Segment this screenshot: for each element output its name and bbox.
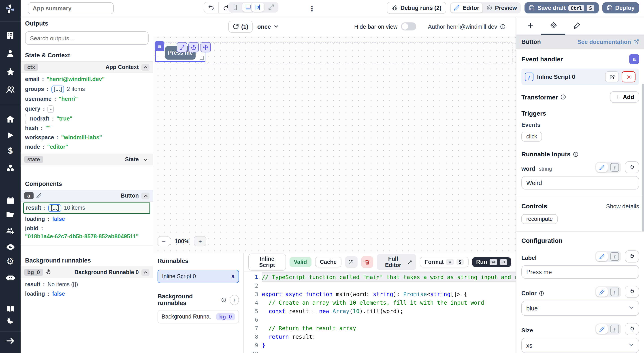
info-icon[interactable] xyxy=(572,151,578,157)
folders-icon[interactable] xyxy=(0,210,20,219)
tab-insert-component[interactable] xyxy=(527,22,534,29)
debug-runs-button[interactable]: Debug runs (2) xyxy=(386,2,446,14)
ctx-row-email[interactable]: email:"henri@windmill.dev" xyxy=(20,75,153,84)
collapse-chevron-up-icon[interactable] xyxy=(142,192,150,199)
bg-runnable-header-row[interactable]: bg_0 Background Runnable 0 xyxy=(20,266,153,278)
static-mode-button[interactable] xyxy=(596,324,608,334)
full-editor-button[interactable]: Full Editor xyxy=(377,254,416,270)
format-button[interactable]: Format ⌘ S xyxy=(420,257,468,267)
schedules-calendar-icon[interactable] xyxy=(0,196,20,205)
search-outputs-input[interactable] xyxy=(25,31,148,45)
info-icon[interactable] xyxy=(539,290,544,296)
component-id-tag[interactable]: a xyxy=(155,41,164,51)
favorites-star-icon[interactable] xyxy=(0,67,20,77)
word-value-input[interactable] xyxy=(522,176,639,189)
expand-handle[interactable] xyxy=(177,42,187,53)
ctx-header-row[interactable]: ctx App Context xyxy=(20,61,153,73)
event-click-pill[interactable]: click xyxy=(522,132,542,142)
bg-row-result[interactable]: result:No items ([]) xyxy=(20,280,153,289)
resize-handle[interactable] xyxy=(200,56,204,60)
expand-array-button[interactable]: [...] xyxy=(51,86,64,93)
collapse-chevron-up-icon[interactable] xyxy=(142,64,150,71)
expand-object-button[interactable]: - xyxy=(48,105,54,113)
undo-button[interactable] xyxy=(204,2,218,13)
eval-mode-button[interactable]: ƒ xyxy=(609,287,620,296)
ai-wand-button[interactable] xyxy=(345,256,358,268)
app-canvas[interactable]: a Press me − 100% + xyxy=(153,36,516,253)
inline-script-tab[interactable]: Inline Script xyxy=(248,253,286,271)
connect-plug-button[interactable] xyxy=(625,250,639,262)
info-icon[interactable] xyxy=(560,94,566,100)
refresh-button[interactable]: (1) xyxy=(228,20,253,33)
center-layout-button[interactable] xyxy=(252,3,264,12)
collapse-chevron-down-icon[interactable] xyxy=(142,156,150,163)
run-button[interactable]: Run ⌘ ⏎ xyxy=(472,257,511,267)
groups-users-icon[interactable] xyxy=(0,85,20,94)
zoom-out-button[interactable]: − xyxy=(158,236,170,246)
panel-scrollbar-thumb[interactable] xyxy=(642,84,644,232)
show-details-link[interactable]: Show details xyxy=(606,203,639,209)
add-background-runnable-button[interactable]: + xyxy=(230,294,239,305)
home-icon[interactable] xyxy=(0,115,20,124)
zoom-in-button[interactable]: + xyxy=(194,236,206,246)
code-editor-area[interactable]: 1 2 3 4 5 6 7 8 9 10 // TypeScript funct… xyxy=(244,271,516,353)
anchor-handle[interactable] xyxy=(188,42,199,53)
settings-gear-icon[interactable]: ⚙ xyxy=(0,257,20,266)
expand-sidebar-arrow-icon[interactable] xyxy=(0,336,20,345)
edit-id-pencil-icon[interactable] xyxy=(36,193,42,198)
workers-users-gear-icon[interactable] xyxy=(0,227,20,236)
eval-mode-button[interactable]: ƒ xyxy=(609,324,620,334)
expand-array-button[interactable]: [...] xyxy=(48,204,61,212)
user-icon[interactable] xyxy=(0,49,20,58)
ctx-row-groups[interactable]: groups:[...]2 items xyxy=(20,84,153,95)
static-mode-button[interactable] xyxy=(596,287,608,296)
docs-book-icon[interactable] xyxy=(0,305,20,313)
bg-row-loading[interactable]: loading:false xyxy=(20,289,153,299)
more-menu[interactable]: ⋮ xyxy=(308,5,316,13)
runnable-item-inline-script-0[interactable]: Inline Script 0 a xyxy=(158,270,239,283)
inline-script-row[interactable]: ƒ Inline Script 0 xyxy=(522,69,639,85)
tab-styling[interactable] xyxy=(573,22,580,29)
ctx-row-query[interactable]: query:- xyxy=(20,104,153,114)
ctx-row-mode[interactable]: mode:"editor" xyxy=(20,142,153,152)
add-transformer-button[interactable]: Add xyxy=(610,91,639,103)
full-width-layout-button[interactable] xyxy=(265,3,278,12)
button-component-header-row[interactable]: a Button xyxy=(20,190,153,202)
dark-mode-moon-icon[interactable] xyxy=(0,316,20,325)
size-select[interactable]: xs xyxy=(522,338,639,353)
see-documentation-link[interactable]: See documentation xyxy=(577,39,639,45)
label-value-input[interactable] xyxy=(522,265,639,279)
button-row-loading[interactable]: loading:false xyxy=(20,215,153,224)
cache-button[interactable]: Cache xyxy=(315,257,342,267)
runnable-item-bg-0[interactable]: Background Runna... bg_0 xyxy=(158,310,239,323)
audit-eye-icon[interactable] xyxy=(0,242,20,252)
code-lines[interactable]: // TypeScript function called "main" tha… xyxy=(262,271,516,353)
preview-tab[interactable]: Preview xyxy=(483,3,520,13)
button-row-jobid[interactable]: jobId: xyxy=(20,224,153,233)
info-icon[interactable] xyxy=(221,297,226,303)
color-select[interactable]: blue xyxy=(522,300,639,316)
state-header-row[interactable]: state State xyxy=(20,154,153,165)
save-draft-button[interactable]: Save draft Ctrl S xyxy=(524,2,598,14)
remove-script-button[interactable] xyxy=(622,71,636,82)
app-summary-input[interactable] xyxy=(28,2,114,14)
recompute-pill[interactable]: recompute xyxy=(522,214,558,224)
connect-plug-button[interactable] xyxy=(625,286,639,298)
connect-plug-button[interactable] xyxy=(625,161,639,173)
variables-dollar-icon[interactable]: $ xyxy=(0,147,20,155)
ctx-row-username[interactable]: username:"henri" xyxy=(20,95,153,104)
tab-component-settings[interactable] xyxy=(550,22,558,30)
open-script-button[interactable] xyxy=(605,71,619,82)
collapse-chevron-up-icon[interactable] xyxy=(142,269,150,276)
info-icon[interactable] xyxy=(500,24,506,29)
resources-boxes-icon[interactable] xyxy=(0,164,20,172)
delete-script-button[interactable] xyxy=(361,256,373,268)
workspace-building-icon[interactable] xyxy=(0,31,20,40)
static-mode-button[interactable] xyxy=(596,252,608,261)
button-row-result[interactable]: result:[...]10 items xyxy=(24,203,150,213)
connect-plug-button[interactable] xyxy=(625,323,639,335)
refresh-mode-select[interactable]: once xyxy=(257,23,279,30)
deploy-button[interactable]: Deploy xyxy=(602,2,639,14)
static-mode-button[interactable] xyxy=(596,163,608,172)
runs-play-icon[interactable] xyxy=(0,131,20,139)
